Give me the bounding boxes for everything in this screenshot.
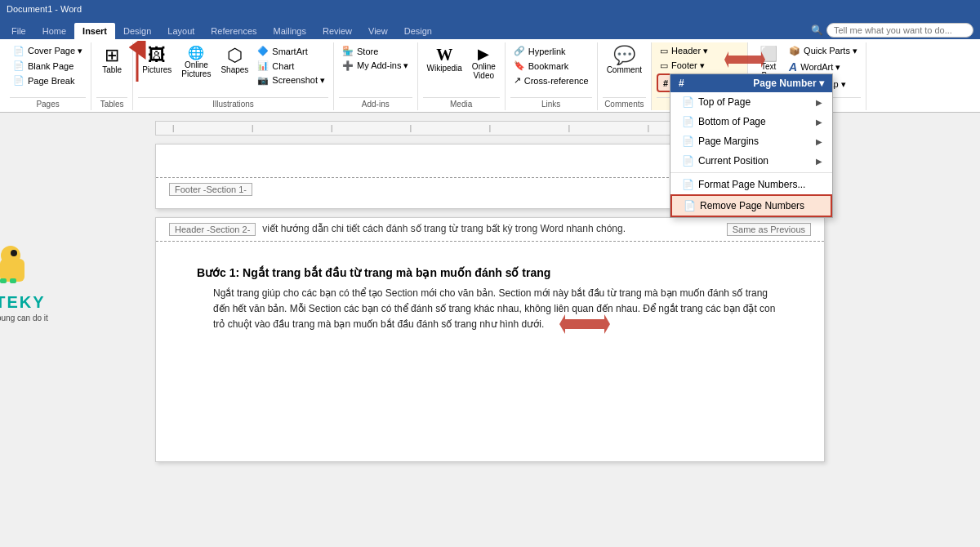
bookmark-button[interactable]: 🔖 Bookmark: [510, 59, 592, 73]
comment-button[interactable]: 💬 Comment: [603, 44, 646, 77]
wikipedia-icon: W: [436, 47, 452, 63]
links-buttons: 🔗 Hyperlink 🔖 Bookmark ↗ Cross-reference: [510, 44, 592, 97]
addins-buttons: 🏪 Store ➕ My Add-ins ▾: [339, 44, 412, 97]
same-as-previous-label: Same as Previous: [727, 223, 811, 236]
addins-label: Add-ins: [339, 97, 412, 109]
media-label: Media: [423, 97, 500, 109]
tab-review[interactable]: Review: [314, 23, 360, 39]
header-label-2: Header -Section 2-: [169, 223, 256, 236]
dropdown-remove-page-numbers[interactable]: 📄Remove Page Numbers: [670, 194, 832, 217]
dropdown-current-position[interactable]: 📄Current Position ▶: [670, 151, 832, 171]
page-margins-icon: 📄: [680, 136, 695, 147]
page-2: TEKY young can do it Header -Section 2- …: [155, 217, 825, 462]
teky-logo-bird: [0, 242, 45, 291]
quick-parts-icon: 📦: [789, 46, 800, 56]
dropdown-header: # Page Number ▾: [670, 74, 832, 92]
tab-view[interactable]: View: [360, 23, 396, 39]
step-body: Ngắt trang giúp cho các bạn có thể tạo S…: [180, 286, 800, 333]
ribbon-tabs: File Home Insert Design Layout Reference…: [0, 18, 980, 39]
tab-design2[interactable]: Design: [396, 23, 440, 39]
online-pictures-button[interactable]: 🌐 OnlinePictures: [177, 44, 215, 81]
ribbon-group-pages: 📄 Cover Page ▾ 📄 Blank Page 📄 Page Break…: [5, 42, 91, 110]
step-title: Bước 1: Ngắt trang bắt đầu từ trang mà b…: [180, 266, 800, 279]
wordart-button[interactable]: A WordArt ▾: [786, 59, 861, 75]
cross-reference-button[interactable]: ↗ Cross-reference: [510, 73, 592, 87]
online-video-button[interactable]: ▶ OnlineVideo: [468, 44, 500, 82]
svg-point-3: [1, 246, 20, 265]
shapes-icon: ⬡: [227, 47, 243, 64]
hyperlink-icon: 🔗: [514, 46, 525, 56]
quick-parts-button[interactable]: 📦 Quick Parts ▾: [786, 44, 861, 58]
page-number-icon: #: [663, 78, 668, 88]
ribbon: 📄 Cover Page ▾ 📄 Blank Page 📄 Page Break…: [0, 39, 980, 113]
smartart-icon: 🔷: [257, 46, 269, 56]
tab-insert[interactable]: Insert: [74, 23, 115, 39]
chevron-right-icon3: ▶: [816, 137, 822, 146]
dropdown-top-of-page[interactable]: 📄Top of Page ▶: [670, 92, 832, 112]
ribbon-group-comments: 💬 Comment Comments: [598, 42, 652, 110]
links-col: 🔗 Hyperlink 🔖 Bookmark ↗ Cross-reference: [510, 44, 592, 87]
chart-button[interactable]: 📊 Chart: [254, 59, 328, 73]
tab-file[interactable]: File: [3, 23, 34, 39]
document-area: | | | | | | | | | Footer -Section 1-: [0, 113, 980, 545]
wikipedia-button[interactable]: W Wikipedia: [423, 44, 466, 75]
ribbon-group-links: 🔗 Hyperlink 🔖 Bookmark ↗ Cross-reference…: [506, 42, 598, 110]
table-button[interactable]: ⊞ Table: [96, 44, 127, 77]
tables-label: Tables: [96, 97, 127, 109]
links-label: Links: [510, 97, 592, 109]
comments-buttons: 💬 Comment: [603, 44, 646, 97]
header-button[interactable]: ▭ Header ▾: [657, 44, 742, 58]
header-icon: ▭: [660, 46, 668, 56]
page-break-icon: 📄: [13, 75, 24, 86]
my-addins-button[interactable]: ➕ My Add-ins ▾: [339, 59, 412, 73]
title-text: Document1 - Word: [7, 4, 82, 14]
chevron-right-icon: ▶: [816, 98, 822, 107]
blank-page-icon: 📄: [13, 60, 24, 71]
tab-references[interactable]: References: [203, 23, 265, 39]
current-pos-icon: 📄: [680, 155, 695, 167]
smartart-button[interactable]: 🔷 SmartArt: [254, 44, 328, 58]
screenshot-icon: 📷: [257, 75, 269, 86]
tab-design[interactable]: Design: [115, 23, 159, 39]
page-content-2: Bước 1: Ngắt trang bắt đầu từ trang mà b…: [156, 242, 824, 349]
dropdown-page-margins[interactable]: 📄Page Margins ▶: [670, 131, 832, 151]
pages-col: 📄 Cover Page ▾ 📄 Blank Page 📄 Page Break: [10, 44, 86, 87]
cross-reference-icon: ↗: [514, 75, 521, 86]
hyperlink-button[interactable]: 🔗 Hyperlink: [510, 44, 592, 58]
remove-nums-icon: 📄: [682, 200, 697, 211]
header-text-2: viết hướng dẫn chi tiết cách đánh số tra…: [262, 223, 626, 234]
pictures-button[interactable]: 🖼 Pictures: [138, 44, 176, 77]
ribbon-group-tables: ⊞ Table Tables: [91, 42, 133, 110]
chevron-right-icon2: ▶: [816, 118, 822, 127]
tell-me-input[interactable]: [826, 23, 973, 38]
page-break-button[interactable]: 📄 Page Break: [10, 73, 86, 87]
shapes-button[interactable]: ⬡ Shapes: [216, 44, 252, 77]
pages-label: Pages: [10, 97, 86, 109]
ribbon-group-media: W Wikipedia ▶ OnlineVideo Media: [418, 42, 506, 110]
footer-button[interactable]: ▭ Footer ▾: [657, 59, 742, 73]
tables-buttons: ⊞ Table: [96, 44, 127, 97]
cover-page-button[interactable]: 📄 Cover Page ▾: [10, 44, 86, 58]
screenshot-button[interactable]: 📷 Screenshot ▾: [254, 73, 328, 87]
tab-home[interactable]: Home: [34, 23, 74, 39]
illustrations-buttons: 🖼 Pictures 🌐 OnlinePictures ⬡ Shapes 🔷 S…: [138, 44, 328, 97]
dropdown-format-page-numbers[interactable]: 📄Format Page Numbers...: [670, 175, 832, 194]
footer-label: Footer -Section 1-: [169, 183, 252, 196]
online-pictures-icon: 🌐: [188, 47, 204, 60]
svg-rect-6: [0, 278, 7, 283]
comment-icon: 💬: [613, 47, 635, 64]
tab-layout[interactable]: Layout: [159, 23, 203, 39]
dropdown-divider: [670, 172, 832, 173]
textbox-icon: ⬜: [760, 47, 777, 61]
pictures-icon: 🖼: [148, 47, 166, 64]
dropdown-bottom-of-page[interactable]: 📄Bottom of Page ▶: [670, 112, 832, 131]
header-section-2: Header -Section 2- viết hướng dẫn chi ti…: [156, 218, 824, 242]
tab-mailings[interactable]: Mailings: [265, 23, 314, 39]
store-button[interactable]: 🏪 Store: [339, 44, 412, 58]
illust-col2: 🔷 SmartArt 📊 Chart 📷 Screenshot ▾: [254, 44, 328, 87]
addins-col: 🏪 Store ➕ My Add-ins ▾: [339, 44, 412, 73]
my-addins-icon: ➕: [342, 60, 354, 71]
top-page-icon: 📄: [680, 96, 695, 108]
blank-page-button[interactable]: 📄 Blank Page: [10, 59, 86, 73]
online-video-icon: ▶: [478, 47, 489, 61]
